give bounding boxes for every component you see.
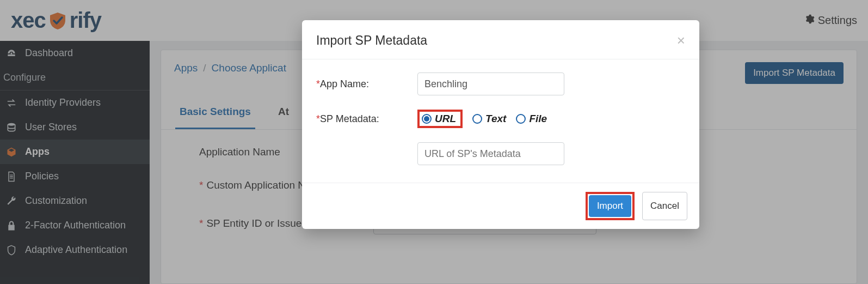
import-sp-metadata-modal: Import SP Metadata × *App Name: *SP Meta… [302,20,699,229]
app-name-label: *App Name: [316,78,417,90]
modal-footer: Import Cancel [302,183,699,229]
sp-metadata-radio-group: URL Text File [417,110,547,128]
modal-header: Import SP Metadata × [302,20,699,59]
required-asterisk: * [316,113,320,124]
radio-file[interactable]: File [516,113,547,125]
modal-title: Import SP Metadata [316,33,427,48]
modal-row-url-input [316,142,685,165]
radio-unchecked-icon [516,114,526,124]
modal-row-app-name: *App Name: [316,72,685,95]
modal-row-sp-metadata: *SP Metadata: URL Text File [316,110,685,128]
highlight-import-button: Import [586,192,635,220]
import-button[interactable]: Import [589,195,631,217]
close-icon[interactable]: × [677,32,685,49]
radio-text[interactable]: Text [472,113,506,125]
sp-metadata-label: *SP Metadata: [316,113,417,125]
sp-metadata-url-input[interactable] [417,142,564,165]
radio-checked-icon [422,114,432,124]
highlight-url-option: URL [417,110,463,128]
app-name-input[interactable] [417,72,564,95]
required-asterisk: * [316,78,320,89]
radio-url[interactable]: URL [422,113,456,125]
cancel-button[interactable]: Cancel [642,192,687,220]
radio-unchecked-icon [472,114,482,124]
modal-body: *App Name: *SP Metadata: URL Text [302,59,699,183]
